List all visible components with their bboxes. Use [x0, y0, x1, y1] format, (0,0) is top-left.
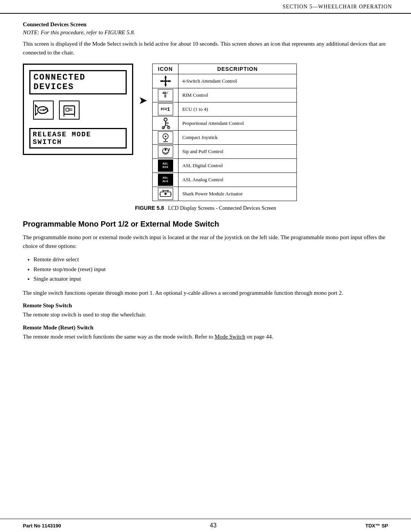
right-arrow-icon: ➤: [139, 94, 147, 107]
figure-note: NOTE: For this procedure, refer to FIGUR…: [23, 29, 388, 36]
desc-shark: Shark Power Module Actuator: [178, 187, 297, 201]
icon-cell-4switch: [153, 74, 178, 88]
table-row: Compact Joystick: [153, 131, 297, 145]
desc-sp: Sip and Puff Control: [178, 145, 297, 159]
table-row: 4R/ R̈ RIM Control: [153, 88, 297, 102]
svg-point-16: [164, 118, 167, 121]
icon-cell-asl-dig: ASL DIG: [153, 159, 178, 173]
figure-caption: FIGURE 5.8 LCD Display Screens - Connect…: [23, 205, 388, 211]
svg-point-24: [164, 149, 166, 151]
table-row: ASL DIG ASL Digital Control: [153, 159, 297, 173]
bullet-list: Remote drive select Remote stop/mode (re…: [33, 255, 388, 284]
remote-mode-body-suffix: on page 44.: [245, 334, 273, 340]
programmable-heading: Programmable Mono Port 1/2 or External M…: [23, 220, 388, 228]
svg-marker-13: [164, 84, 167, 86]
remote-stop-body: The remote stop switch is used to stop t…: [23, 310, 388, 319]
icon-cell-pac: [153, 117, 178, 131]
icon-description-table-container: Icon Description: [152, 64, 297, 201]
desc-4switch: 4-Switch Attendant Control: [178, 74, 297, 88]
icon-cell-shark: [153, 187, 178, 201]
list-item: Remote stop/mode (reset) input: [33, 265, 388, 275]
icon-table: Icon Description: [152, 64, 297, 201]
icon-cell-cj: [153, 131, 178, 145]
table-row: Sip and Puff Control: [153, 145, 297, 159]
product-name: TDX™ SP: [365, 523, 388, 529]
svg-marker-15: [169, 80, 171, 82]
desc-cj: Compact Joystick: [178, 131, 297, 145]
page-header: SECTION 5—WHEELCHAIR OPERATION: [0, 0, 411, 14]
sp-icon: [158, 145, 173, 158]
table-row: Proportional Attendant Control: [153, 117, 297, 131]
desc-ecu: ECU (1 to 4): [178, 102, 297, 117]
svg-marker-14: [160, 80, 162, 82]
list-item: Single actuator input: [33, 274, 388, 284]
figure-caption-text: LCD Display Screens - Connected Devices …: [165, 205, 276, 211]
rim-icon: 4R/ R̈: [158, 89, 173, 101]
table-col-icon: Icon: [153, 64, 178, 74]
icon-cell-rim: 4R/ R̈: [153, 88, 178, 102]
4switch-icon: [155, 75, 176, 87]
ecu-icon: ECU1: [158, 103, 173, 115]
lcd-display: CONNECTED DEVICES: [23, 64, 133, 155]
page-footer: Part No 1143190 43 TDX™ SP: [0, 519, 411, 532]
icon-cell-ecu: ECU1: [153, 102, 178, 117]
page-number: 43: [210, 522, 217, 529]
svg-marker-12: [164, 76, 167, 78]
icon-cell-sp: [153, 145, 178, 159]
asl-dig-icon: ASL DIG: [158, 160, 173, 172]
table-row: Shark Power Module Actuator: [153, 187, 297, 201]
shark-icon: [158, 188, 173, 200]
table-col-desc: Description: [178, 64, 297, 74]
connected-devices-heading: Connected Devices Screen: [23, 21, 388, 28]
list-item: Remote drive select: [33, 255, 388, 265]
desc-asl-alg: ASL Analog Control: [178, 173, 297, 187]
part-number: Part No 1143190: [23, 523, 61, 529]
header-text: SECTION 5—WHEELCHAIR OPERATION: [283, 4, 392, 10]
table-row: ASL ALG ASL Analog Control: [153, 173, 297, 187]
remote-mode-body: The remote mode reset switch functions t…: [23, 332, 388, 341]
desc-pac: Proportional Attendant Control: [178, 117, 297, 131]
connected-devices-body: This screen is displayed if the Mode Sel…: [23, 40, 388, 57]
mode-switch-link[interactable]: Mode Switch: [215, 334, 245, 340]
desc-rim: RIM Control: [178, 88, 297, 102]
programmable-body2: The single switch functions operate thro…: [23, 289, 388, 297]
lcd-bottom-text: RELEASE MODE SWITCH: [29, 128, 127, 149]
table-row: 4-Switch Attendant Control: [153, 74, 297, 88]
svg-rect-5: [66, 108, 69, 111]
remote-mode-heading: Remote Mode (Reset) Switch: [23, 324, 388, 331]
cj-icon: [158, 131, 173, 144]
svg-point-1: [45, 109, 46, 110]
lcd-icon-fish: [33, 101, 54, 120]
lcd-icons: [33, 101, 80, 120]
programmable-section: Programmable Mono Port 1/2 or External M…: [23, 220, 388, 341]
table-row: ECU1 ECU (1 to 4): [153, 102, 297, 117]
main-content: Connected Devices Screen NOTE: For this …: [0, 14, 411, 368]
remote-mode-body-prefix: The remote mode reset switch functions t…: [23, 334, 215, 340]
lcd-icon-device: [59, 101, 80, 120]
lcd-title: CONNECTED DEVICES: [29, 70, 127, 94]
remote-stop-heading: Remote Stop Switch: [23, 302, 388, 309]
icon-cell-asl-alg: ASL ALG: [153, 173, 178, 187]
svg-point-22: [165, 136, 166, 137]
asl-alg-icon: ASL ALG: [158, 174, 173, 186]
connected-devices-section: Connected Devices Screen NOTE: For this …: [23, 21, 388, 57]
programmable-body1: The programmable mono port or external m…: [23, 233, 388, 250]
figure-5-8: CONNECTED DEVICES: [23, 64, 388, 201]
svg-rect-4: [64, 106, 75, 114]
figure-caption-bold: FIGURE 5.8: [135, 205, 164, 211]
arrow-connector: ➤: [133, 64, 152, 107]
pac-icon: [158, 117, 173, 129]
desc-asl-dig: ASL Digital Control: [178, 159, 297, 173]
